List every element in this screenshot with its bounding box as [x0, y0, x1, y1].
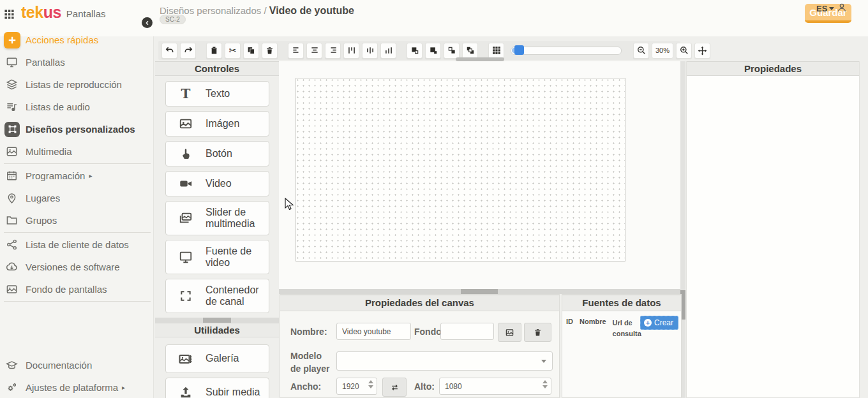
ancho-input[interactable]	[337, 378, 370, 394]
fondo-delete-button[interactable]	[524, 323, 551, 342]
zoom-slider-thumb[interactable]	[514, 45, 524, 55]
data-nodes-icon	[5, 239, 18, 251]
copy-button[interactable]	[243, 43, 259, 59]
splitter-handle[interactable]	[203, 318, 231, 323]
delete-button[interactable]	[262, 43, 278, 59]
ancho-stepper[interactable]	[336, 378, 377, 395]
distribute-middle-button[interactable]	[362, 43, 378, 59]
stepper-arrows-icon[interactable]	[366, 380, 375, 388]
crear-button[interactable]: + Crear	[640, 316, 678, 330]
fondo-input[interactable]	[440, 323, 494, 340]
layers-icon	[5, 78, 18, 91]
zoom-slider[interactable]	[511, 47, 622, 55]
sidebar-item-listas-reproduccion[interactable]: Listas de reproducción	[0, 73, 153, 96]
gallery-icon	[177, 351, 194, 367]
user-icon[interactable]	[837, 3, 847, 13]
design-canvas[interactable]	[296, 78, 625, 262]
control-boton-button[interactable]: Botón	[165, 141, 269, 166]
sidebar-item-versiones-software[interactable]: Versiones de software	[0, 256, 153, 278]
distribute-top-button[interactable]	[343, 43, 359, 59]
swap-dimensions-button[interactable]	[382, 378, 407, 397]
sidebar-collapse-button[interactable]	[142, 17, 153, 28]
horizontal-scrollbar-thumb[interactable]	[456, 57, 504, 61]
bring-to-front-button[interactable]	[407, 43, 423, 59]
sidebar-item-lista-cliente-datos[interactable]: Lista de cliente de datos	[0, 233, 153, 256]
utilities-panel-title: Utilidades	[155, 323, 279, 337]
sidebar-item-acciones-rapidas[interactable]: Acciones rápidas	[0, 29, 153, 51]
panel-splitter[interactable]	[155, 318, 279, 323]
sidebar-item-fondo-pantallas[interactable]: Fondo de pantallas	[0, 278, 153, 300]
canvas-properties-panel: Propiedades del canvas Nombre: Fondo: Mo…	[280, 294, 560, 398]
send-to-back-button[interactable]	[462, 43, 478, 59]
nombre-input[interactable]	[336, 323, 411, 340]
sidebar-item-multimedia[interactable]: Multimedia	[0, 140, 153, 163]
multimedia-icon	[5, 145, 18, 158]
zoom-in-icon	[680, 46, 689, 55]
zoom-in-button[interactable]	[676, 43, 692, 59]
modelo-player-select[interactable]	[336, 351, 553, 371]
distribute-top-icon	[347, 46, 356, 55]
sidebar-item-documentacion[interactable]: Documentación	[0, 354, 153, 376]
control-contenedor-canal-button[interactable]: Contenedor de canal	[165, 279, 269, 313]
submenu-arrow-icon: ▸	[122, 384, 125, 391]
redo-button[interactable]	[180, 43, 196, 59]
fondo-image-button[interactable]	[498, 323, 521, 342]
alto-input[interactable]	[440, 378, 544, 394]
sidebar-item-grupos[interactable]: Grupos	[0, 209, 153, 232]
stepper-arrows-icon[interactable]	[541, 380, 550, 388]
cut-button[interactable]: ✂	[225, 43, 241, 59]
grid-toggle-button[interactable]	[488, 43, 504, 59]
control-video-button[interactable]: Video	[165, 171, 269, 196]
pan-move-button[interactable]	[694, 43, 710, 59]
caret-down-icon	[541, 360, 546, 363]
paste-button[interactable]	[206, 43, 222, 59]
alto-stepper[interactable]	[439, 378, 551, 395]
app-logo[interactable]: tekus	[21, 3, 61, 22]
align-center-button[interactable]	[306, 43, 322, 59]
zoom-out-button[interactable]	[633, 43, 649, 59]
sidebar-item-programacion[interactable]: Programación ▸	[0, 165, 153, 187]
canvas-workspace[interactable]	[279, 61, 680, 289]
distribute-bottom-button[interactable]	[380, 43, 396, 59]
monitor-icon	[5, 56, 18, 69]
image-icon	[177, 115, 194, 132]
horizontal-panel-splitter[interactable]	[279, 289, 680, 294]
logo-row: tekus Pantallas	[0, 0, 106, 22]
submenu-arrow-icon: ▸	[89, 172, 92, 179]
sidebar-item-pantallas[interactable]: Pantallas	[0, 51, 153, 73]
sidebar-item-label: Programación	[26, 170, 85, 181]
control-imagen-button[interactable]: Imágen	[165, 111, 269, 136]
bring-forward-button[interactable]	[425, 43, 441, 59]
control-texto-button[interactable]: T Texto	[165, 81, 269, 107]
send-backward-button[interactable]	[444, 43, 460, 59]
align-right-icon	[329, 46, 338, 55]
sidebar-item-label: Documentación	[26, 360, 92, 371]
sidebar-item-disenos-personalizados[interactable]: Diseños personalizados	[0, 118, 153, 140]
bring-forward-icon	[429, 46, 438, 55]
align-right-button[interactable]	[325, 43, 341, 59]
align-left-button[interactable]	[288, 43, 304, 59]
sidebar-item-ajustes-plataforma[interactable]: Ajustes de plataforma ▸	[0, 376, 153, 398]
sidebar-item-label: Listas de reproducción	[26, 79, 122, 90]
sidebar-item-label: Diseños personalizados	[26, 124, 135, 135]
video-camera-icon	[177, 175, 194, 192]
app-root: tekus Pantallas Diseños personalizados /…	[0, 0, 868, 398]
undo-button[interactable]	[161, 43, 177, 59]
column-id: ID	[566, 318, 573, 339]
sidebar-divider	[4, 163, 151, 164]
sidebar-item-listas-audio[interactable]: Listas de audio	[0, 96, 153, 118]
map-pin-icon	[5, 192, 18, 205]
waffle-menu-icon[interactable]	[4, 9, 15, 20]
sidebar-item-label: Acciones rápidas	[26, 34, 98, 45]
control-fuente-video-button[interactable]: Fuente de video	[165, 240, 269, 274]
clipboard-icon	[210, 46, 218, 55]
utility-galeria-button[interactable]: Galería	[165, 344, 269, 373]
control-slider-multimedia-button[interactable]: Slider de multimedia	[165, 201, 269, 235]
controls-panel-title: Controles	[155, 61, 279, 76]
language-selector[interactable]: ES	[816, 4, 834, 13]
pointer-hand-icon	[177, 145, 194, 162]
sidebar-item-lugares[interactable]: Lugares	[0, 187, 153, 209]
splitter-handle[interactable]	[461, 289, 498, 294]
utility-subir-media-button[interactable]: Subir media	[165, 378, 269, 398]
sidebar-divider	[4, 232, 151, 233]
